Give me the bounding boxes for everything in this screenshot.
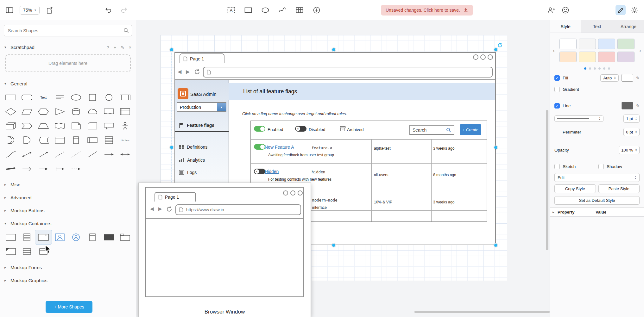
shape-diamond[interactable]: [3, 104, 19, 119]
undo-icon[interactable]: [103, 5, 113, 15]
chevron-left-icon[interactable]: ‹: [553, 47, 555, 54]
shape-browser-window[interactable]: [35, 230, 52, 244]
shape-process[interactable]: [117, 90, 133, 104]
pagination-dot[interactable]: [608, 67, 610, 70]
drawing-canvas[interactable]: Page 1 ◀ ▶ SaaS Admin Production ▾ Featu…: [136, 20, 550, 317]
shape-curve[interactable]: [3, 147, 19, 161]
style-swatch[interactable]: [579, 52, 596, 62]
selection-handle-se[interactable]: [494, 243, 498, 247]
zoom-dropdown[interactable]: 75% ▾: [20, 6, 40, 15]
text-tool-icon[interactable]: A: [226, 5, 236, 15]
shape-double-arrow[interactable]: [117, 147, 133, 161]
shape-and[interactable]: [19, 133, 35, 147]
sketch-pencil-icon[interactable]: [616, 5, 626, 15]
shape-cloud[interactable]: [84, 104, 101, 119]
shape-line[interactable]: [84, 147, 101, 161]
copy-style-button[interactable]: Copy Style: [554, 184, 596, 193]
rectangle-tool-icon[interactable]: [243, 5, 253, 15]
shape-filled-arrow-connector[interactable]: [35, 161, 52, 176]
shape-trapezoid[interactable]: [35, 119, 52, 133]
section-scratchpad[interactable]: ▾ Scratchpad ? + ✎ ×: [0, 41, 136, 54]
fill-color-swatch[interactable]: [622, 74, 633, 82]
shape-hexagon[interactable]: [35, 104, 52, 119]
shape-rectangle[interactable]: [3, 90, 19, 104]
pagination-dot[interactable]: [594, 67, 596, 70]
shape-group-container[interactable]: [3, 230, 19, 244]
perimeter-stepper[interactable]: 0 pt ▲▼: [623, 128, 640, 136]
set-default-style-button[interactable]: Set as Default Style: [554, 196, 640, 205]
shape-list-container[interactable]: [19, 230, 35, 244]
pagination-dot[interactable]: [603, 67, 605, 70]
insert-shape-icon[interactable]: [312, 5, 322, 15]
close-icon[interactable]: ×: [129, 45, 131, 50]
shape-circle[interactable]: [101, 90, 117, 104]
shape-dark-panel[interactable]: [101, 230, 117, 244]
shape-small-list[interactable]: [19, 244, 35, 258]
shape-user-window[interactable]: [52, 230, 68, 244]
style-swatch[interactable]: [617, 52, 635, 62]
section-misc[interactable]: ▸ Misc: [0, 178, 136, 191]
fill-mode-select[interactable]: Auto ▲▼: [600, 74, 619, 82]
shape-dashed-line[interactable]: [52, 147, 68, 161]
shape-user-circle[interactable]: [68, 230, 85, 244]
selection-handle-ne[interactable]: [494, 48, 498, 52]
style-swatch[interactable]: [617, 39, 635, 49]
line-color-swatch[interactable]: [622, 102, 633, 109]
shape-arrow-with-tail-bar[interactable]: [52, 161, 68, 176]
search-shapes-input[interactable]: [4, 25, 132, 36]
selection-handle-w[interactable]: [170, 146, 174, 149]
shape-data-storage[interactable]: [35, 133, 52, 147]
shape-bidirectional-arrow[interactable]: [19, 147, 35, 161]
shape-vertical-window[interactable]: [84, 230, 101, 244]
shape-cube[interactable]: [3, 119, 19, 133]
rotate-handle-icon[interactable]: [497, 42, 503, 48]
horizontal-scrollbar[interactable]: [414, 311, 550, 313]
line-checkbox[interactable]: ✓: [554, 103, 560, 109]
scratchpad-dropzone[interactable]: Drag elements here: [5, 54, 131, 72]
style-swatch[interactable]: [598, 39, 615, 49]
shape-internal-storage[interactable]: [117, 104, 133, 119]
selection-handle-e[interactable]: [494, 146, 498, 149]
gradient-checkbox[interactable]: [554, 87, 560, 92]
shape-tape[interactable]: [52, 119, 68, 133]
shape-or[interactable]: [3, 133, 19, 147]
section-mockup-graphics[interactable]: ▸ Mockup Graphics: [0, 274, 136, 287]
shape-diagonal-arrow[interactable]: [101, 147, 117, 161]
shape-corner-panel[interactable]: [3, 244, 19, 258]
shape-open-arrow-connector[interactable]: [19, 161, 35, 176]
style-swatch[interactable]: [598, 52, 615, 62]
opacity-stepper[interactable]: 100 % ▲▼: [619, 146, 640, 154]
tab-style[interactable]: Style: [550, 20, 581, 33]
shape-triangle[interactable]: [52, 104, 68, 119]
shape-container[interactable]: [52, 133, 68, 147]
vertical-scrollbar[interactable]: [546, 110, 548, 250]
shape-callout[interactable]: [101, 119, 117, 133]
shape-arrow[interactable]: [35, 147, 52, 161]
section-mockup-containers[interactable]: ▾ Mockup Containers: [0, 217, 136, 230]
shape-link[interactable]: [3, 161, 19, 176]
ellipse-tool-icon[interactable]: [260, 5, 270, 15]
shape-tab-window[interactable]: [117, 230, 133, 244]
edit-style-dropdown[interactable]: Edit ▲▼: [554, 173, 640, 182]
tab-arrange[interactable]: Arrange: [613, 20, 644, 33]
edit-fill-color-icon[interactable]: ✎: [636, 76, 640, 80]
paste-style-button[interactable]: Paste Style: [598, 184, 640, 193]
shape-square[interactable]: [84, 90, 101, 104]
line-style-select[interactable]: ▲▼: [554, 115, 603, 122]
shape-dotted-line[interactable]: [68, 147, 85, 161]
section-general[interactable]: ▾ General: [0, 77, 136, 90]
shape-vertical-container[interactable]: [68, 133, 85, 147]
pagination-dot[interactable]: [584, 67, 586, 70]
style-swatch[interactable]: [559, 39, 577, 49]
sketch-checkbox[interactable]: [554, 164, 560, 169]
more-shapes-button[interactable]: + More Shapes: [46, 301, 92, 313]
toggle-panels-icon[interactable]: [4, 5, 15, 15]
tab-text[interactable]: Text: [581, 20, 613, 33]
shape-cylinder[interactable]: [68, 104, 85, 119]
help-icon[interactable]: ?: [107, 45, 109, 50]
shape-note[interactable]: [68, 119, 85, 133]
shape-list[interactable]: [101, 133, 117, 147]
selection-handle-s[interactable]: [332, 243, 336, 247]
edit-icon[interactable]: ✎: [121, 45, 124, 50]
shape-document[interactable]: [101, 104, 117, 119]
